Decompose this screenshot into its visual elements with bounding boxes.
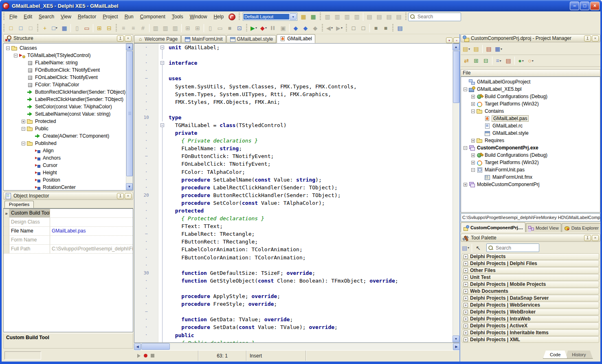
expander-icon[interactable]: + [471, 139, 475, 143]
align-window-4-button[interactable]: ▥ [352, 12, 362, 22]
property-value[interactable]: GMailLabel.pas [50, 227, 133, 235]
tab-properties[interactable]: Properties [4, 201, 34, 208]
fold-column[interactable] [158, 168, 166, 176]
list-outdent-button[interactable]: ≡ [119, 23, 128, 33]
fold-column[interactable] [158, 323, 166, 331]
code-line[interactable]: ·− TGMailLabel = class(TStyledControl) [134, 121, 459, 129]
fold-column[interactable] [158, 339, 166, 342]
expand-icon[interactable]: + [464, 331, 468, 335]
menu-window[interactable]: Window [187, 13, 211, 21]
mini-stop-icon[interactable] [151, 354, 154, 357]
open-file-button[interactable]: □ [16, 23, 26, 33]
palette-close-button[interactable]: × [592, 235, 599, 241]
save-all-button[interactable]: ▦ [59, 23, 69, 33]
list-columns-button[interactable]: # [138, 23, 148, 33]
expander-icon[interactable]: + [471, 102, 475, 106]
menu-edit[interactable]: Edit [20, 13, 35, 21]
structure-tree-item[interactable]: +Protected [4, 118, 133, 125]
dock-tab-model-view[interactable]: Model View [526, 223, 561, 232]
pm-open-project-button[interactable]: ▤ [471, 44, 481, 54]
pause-button[interactable]: ▌▌ [268, 23, 278, 33]
dock-splitter[interactable] [459, 34, 460, 362]
inspector-row[interactable]: Full PathC:\Sviluppo\Progetti\esempi_del… [4, 245, 133, 254]
palette-category[interactable]: +Delphi Projects | Mobile Projects [462, 281, 599, 287]
pm-pin-button[interactable] [584, 35, 591, 42]
fold-column[interactable] [158, 67, 166, 75]
open-project-dropdown[interactable]: ▾ [56, 26, 57, 30]
expander-icon[interactable]: + [471, 95, 475, 99]
align-window-2-button[interactable]: ▥ [332, 12, 342, 22]
scroll-up-icon[interactable]: ▲ [453, 44, 459, 50]
tab-close-icon[interactable]: × [453, 37, 460, 43]
code-line[interactable]: · [134, 106, 459, 114]
title-bar[interactable]: GMailLabel_XE5 - Delphi XE5 - GMailLabel [0, 0, 602, 11]
structure-tree-item[interactable]: SetLabelName(const Value: string) [4, 110, 133, 118]
structure-tree-item[interactable]: FOnButtonClick: TNotifyEvent [4, 66, 133, 74]
fold-column[interactable] [158, 292, 166, 300]
project-tree-item[interactable]: −CustomComponentPrj.exe [462, 144, 600, 151]
project-tree-item[interactable]: +Target Platforms (Win32) [462, 100, 600, 107]
align-left-button[interactable]: ▥ [151, 23, 160, 33]
inspector-pin-button[interactable] [117, 193, 124, 199]
fold-column[interactable] [158, 285, 166, 292]
fold-column[interactable]: − [158, 44, 166, 51]
structure-tree-item[interactable]: Height [4, 169, 133, 176]
toggle-fullscreen-alt-button[interactable]: ■ [381, 23, 391, 33]
palette-pin-button[interactable] [584, 235, 591, 241]
code-line[interactable]: · FOnLabelClick: TNotifyEvent; [134, 160, 459, 168]
expander-icon[interactable]: + [471, 161, 475, 164]
navigate-back-button[interactable]: ◀▾ [325, 23, 334, 33]
mini-run-icon[interactable] [137, 354, 141, 358]
code-line[interactable]: · public [134, 331, 459, 339]
navigate-back-dropdown[interactable]: ▾ [331, 26, 333, 30]
inspector-row[interactable]: Design Class [4, 218, 133, 227]
expand-icon[interactable]: + [464, 338, 468, 342]
fold-column[interactable] [158, 300, 166, 308]
fold-column[interactable] [158, 82, 166, 90]
scroll-up-icon[interactable]: ▲ [126, 44, 133, 50]
fold-column[interactable] [158, 254, 166, 261]
property-value[interactable] [50, 218, 133, 226]
pm-target-platform-button[interactable]: ○▾ [526, 56, 536, 66]
expand-icon[interactable]: + [464, 296, 468, 300]
expander-icon[interactable]: − [471, 110, 475, 113]
palette-category[interactable]: +Delphi Projects | WebServices [462, 302, 599, 308]
maximize-button[interactable] [580, 2, 589, 10]
ide-search[interactable] [408, 13, 461, 21]
code-line[interactable]: · FButtonRect: TRectangle; [134, 238, 459, 246]
minimize-button[interactable] [570, 2, 579, 10]
pm-views-dropdown[interactable]: ▾ [501, 47, 502, 51]
dock-tab-customcomponentprj-[interactable]: CustomComponentPrj.... [461, 222, 525, 232]
project-tree-item[interactable]: GMailLabelGroupProject [462, 78, 600, 86]
program-reset-button[interactable]: ▣ [278, 23, 288, 33]
structure-tree-item[interactable]: −TGMailLabel(TStyledControl) [4, 52, 133, 59]
toolbar-grip[interactable] [345, 24, 348, 32]
palette-category[interactable]: +Delphi Projects | DataSnap Server [462, 295, 599, 301]
project-tree-item[interactable]: MainFormUnit.fmx [462, 173, 600, 181]
navigate-forward-button[interactable]: ▶▾ [334, 23, 344, 33]
pm-build-order-button[interactable]: ▤ [503, 56, 513, 66]
pm-expand-all-button[interactable]: ⊞ [471, 56, 481, 66]
code-line[interactable]: · [134, 261, 459, 269]
toolbar-grip[interactable] [245, 24, 248, 32]
expander-icon[interactable]: − [464, 146, 467, 150]
code-line[interactable]: −uses [134, 75, 459, 82]
editor-tab-gmaillabel-style[interactable]: GMailLabel.style [226, 35, 277, 43]
code-line[interactable]: · FButtonColorAnimation: TColorAnimation… [134, 254, 459, 261]
palette-category[interactable]: +Delphi Projects | IntraWeb [462, 316, 599, 322]
structure-tree-item[interactable]: Align [4, 147, 133, 154]
fold-column[interactable] [158, 106, 166, 114]
project-tree-item[interactable]: GMailLabel.rc [462, 122, 600, 129]
code-line[interactable]: · FMX.Styles, FMX.Objects, FMX.Ani; [134, 98, 459, 106]
tp-pointer-button[interactable]: ↖ [473, 243, 483, 253]
project-tree-item[interactable]: +Target Platforms (Win32) [462, 159, 600, 166]
palette-category[interactable]: +Web Documents [462, 288, 599, 294]
structure-tree-item[interactable]: −Published [4, 140, 133, 147]
open-project-button[interactable]: □▾ [50, 23, 59, 33]
run-button[interactable]: ▶▾ [249, 23, 259, 33]
expand-icon[interactable]: + [464, 324, 468, 328]
menubar-grip[interactable] [2, 13, 5, 21]
scroll-left-icon[interactable]: ◀ [134, 343, 141, 350]
navigate-forward-dropdown[interactable]: ▾ [341, 26, 343, 30]
pm-sync-button[interactable]: ⇄ [461, 56, 471, 66]
